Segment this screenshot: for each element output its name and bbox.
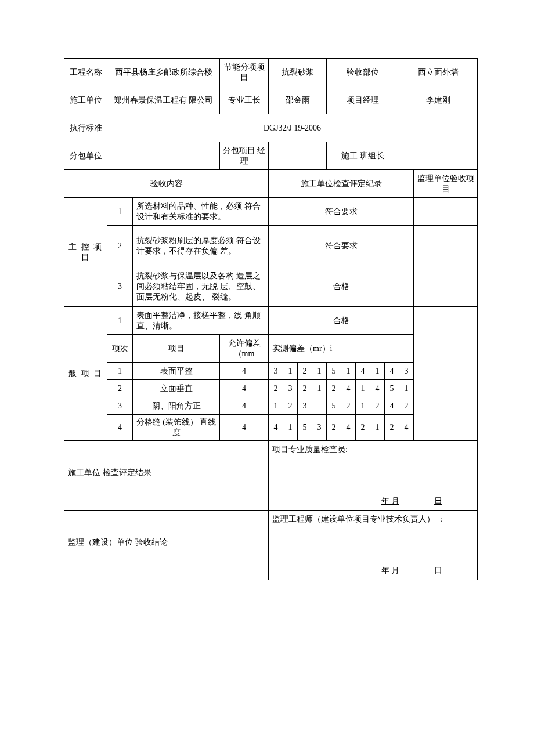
cell-val: 3 [283,380,298,397]
cell-tol: 4 [220,397,269,415]
supervise-cell [414,198,478,226]
inspection-form: 工程名称 西平县杨庄乡邮政所综合楼 节能分项项目 抗裂砂浆 验收部位 西立面外墙… [64,58,478,580]
cell-val: 1 [283,415,298,441]
label-supervise-result: 监理（建设）单位 验收结论 [64,511,269,580]
label-measured: 实测偏差（mr）i [269,335,414,363]
cell-tol: 4 [220,363,269,380]
value-team-leader [399,142,478,170]
cell-val: 1 [283,363,298,380]
cell-tol: 4 [220,380,269,397]
label-project-name: 工程名称 [64,59,107,86]
cell-val: 2 [341,397,356,415]
cell-val: 4 [385,363,399,380]
cell-val: 2 [399,397,414,415]
general-item-desc: 表面平整洁净，接槎平整，线 角顺直、清晰。 [133,307,269,335]
cell-val: 3 [269,363,283,380]
cell-val: 1 [312,380,327,397]
value-sub-unit [107,142,220,170]
cell-val: 2 [298,380,312,397]
cell-val [312,397,327,415]
label-general-items: 般 项 目 [64,307,107,441]
cell-val: 3 [312,415,327,441]
label-supervise-accept: 监理单位验收项目 [414,170,478,198]
label-sub-unit: 分包单位 [64,142,107,170]
label-energy-item: 节能分项项目 [220,59,269,86]
cell-val: 2 [327,380,341,397]
main-item-num: 2 [107,226,133,266]
cell-val: 2 [283,397,298,415]
value-standard: DGJ32/J 19-2006 [107,114,478,142]
cell-val: 5 [298,415,312,441]
supervise-cell [414,266,478,307]
main-item-desc: 所选材料的品种、性能，必须 符合设计和有关标准的要求。 [133,198,269,226]
cell-item: 立面垂直 [133,380,220,397]
cell-tol: 4 [220,415,269,441]
cell-val: 1 [356,397,370,415]
cell-val: 2 [356,415,370,441]
label-tolerance: 允许偏差（mm [220,335,269,363]
cell-val: 5 [385,380,399,397]
cell-val: 4 [341,380,356,397]
general-item-num: 1 [107,307,133,335]
label-accept-part: 验收部位 [327,59,399,86]
cell-val: 1 [269,397,283,415]
label-construct-unit: 施工单位 [64,86,107,114]
cell-val: 3 [399,363,414,380]
cell-val: 1 [341,363,356,380]
main-item-num: 3 [107,266,133,307]
cell-val: 1 [370,415,385,441]
cell-item: 表面平整 [133,363,220,380]
cell-val: 4 [356,363,370,380]
cell-val: 4 [341,415,356,441]
cell-val: 1 [356,380,370,397]
main-item-result: 合格 [269,266,414,307]
supervise-cell [414,226,478,266]
cell-val: 1 [399,380,414,397]
date-line: 年 月日 [381,566,443,576]
value-construct-unit: 郑州春景保温工程有 限公司 [107,86,220,114]
inspector-label: 项目专业质量检查员: [272,444,474,455]
cell-val: 3 [298,397,312,415]
engineer-block: 监理工程师（建设单位项目专业技术负责人） ： 年 月日 [269,511,478,580]
supervise-cell [414,307,478,441]
cell-val: 5 [327,397,341,415]
label-accept-content: 验收内容 [64,170,269,198]
value-foreman: 邵金雨 [269,86,327,114]
value-pm: 李建刚 [399,86,478,114]
cell-val: 2 [269,380,283,397]
value-energy-item: 抗裂砂浆 [269,59,327,86]
label-row-num: 项次 [107,335,133,363]
engineer-label: 监理工程师（建设单位项目专业技术负责人） ： [272,514,474,525]
cell-val: 4 [269,415,283,441]
cell-num: 2 [107,380,133,397]
label-main-items: 主 控 项 目 [64,198,107,307]
cell-val: 2 [327,415,341,441]
cell-val: 1 [312,363,327,380]
label-sub-pm: 分包项目 经理 [220,142,269,170]
cell-num: 1 [107,363,133,380]
cell-item: 阴、阳角方正 [133,397,220,415]
cell-val: 5 [327,363,341,380]
main-item-desc: 抗裂砂浆与保温层以及各构 造层之间必须粘结牢固，无脱 层、空鼓、面层无粉化、起皮… [133,266,269,307]
supervise-result-text: 监理（建设）单位 验收结论 [68,537,265,548]
date-line: 年 月日 [381,496,443,507]
value-accept-part: 西立面外墙 [399,59,478,86]
cell-val: 4 [370,380,385,397]
cell-item: 分格缝 (装饰线） 直线度 [133,415,220,441]
general-item-result: 合格 [269,307,414,335]
label-pm: 项目经理 [327,86,399,114]
cell-num: 3 [107,397,133,415]
cell-val: 4 [399,415,414,441]
cell-num: 4 [107,415,133,441]
label-standard: 执行标准 [64,114,107,142]
cell-val: 2 [370,397,385,415]
cell-val: 1 [370,363,385,380]
cell-val: 2 [298,363,312,380]
inspector-block: 项目专业质量检查员: 年 月日 [269,441,478,511]
main-item-desc: 抗裂砂浆粉刷层的厚度必须 符合设计要求，不得存在负偏 差。 [133,226,269,266]
label-foreman: 专业工长 [220,86,269,114]
label-team-leader: 施工 班组长 [327,142,399,170]
main-item-result: 符合要求 [269,198,414,226]
value-sub-pm [269,142,327,170]
label-unit-check: 施工单位检查评定纪录 [269,170,414,198]
